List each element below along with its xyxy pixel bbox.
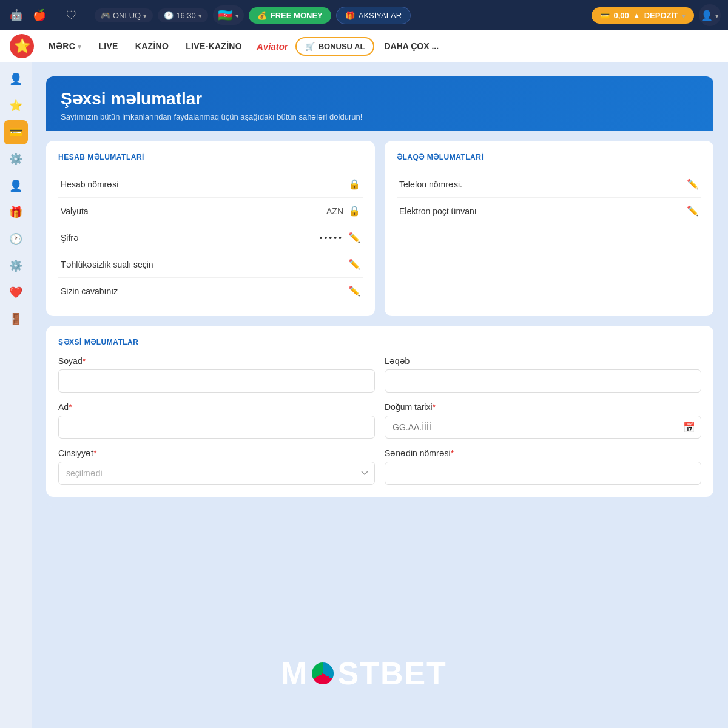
daha-label: DAHA ÇOX ...: [384, 41, 439, 51]
nav-kazino[interactable]: KAZİNO: [128, 38, 176, 55]
coins-icon: 💰: [257, 11, 267, 20]
valyuta-label: Valyuta: [61, 206, 326, 216]
document-label: Sənədin nömrəsi*: [385, 448, 701, 458]
aviator-label: Aviator: [257, 41, 288, 52]
live-label: LIVE: [98, 41, 118, 51]
account-row-security: Təhlükəsizlik sualı seçin ✏️: [58, 251, 363, 278]
soyad-label: Soyad*: [58, 356, 375, 366]
kazino-label: KAZİNO: [135, 41, 169, 51]
top-nav: 🤖 🍎 🛡 🎮 ONLUQ 🕐 16:30 🇦🇿 💰 FREE MONEY 🎁 …: [0, 0, 728, 30]
surname-input[interactable]: [58, 369, 375, 393]
contact-card-title: ƏLAQƏ MƏLUMATLARİ: [397, 153, 701, 161]
hesab-label: Hesab nömrəsi: [61, 180, 348, 189]
shield-icon[interactable]: 🛡: [64, 7, 79, 24]
hesab-value: 🔒: [348, 178, 360, 190]
cavab-edit-icon[interactable]: ✏️: [348, 285, 360, 297]
laqab-label: Ləqəb: [385, 356, 701, 366]
nickname-input[interactable]: [385, 369, 701, 393]
dob-input[interactable]: [385, 416, 701, 439]
document-required: *: [451, 448, 454, 458]
gender-label: Cinsiyyət*: [58, 448, 375, 458]
hesab-lock-icon: 🔒: [348, 178, 360, 190]
lang-chevron: [235, 10, 239, 21]
field-group-soyad: Soyad*: [58, 356, 375, 393]
game-chevron: [143, 11, 147, 20]
cavab-label: Sizin cavabınız: [61, 286, 348, 296]
account-row-sifre: Şifrə ••••• ✏️: [58, 224, 363, 251]
depozit-chevron: [682, 11, 686, 20]
sidebar-item-config[interactable]: ⚙️: [4, 254, 28, 278]
sidebar-item-user[interactable]: 👤: [4, 174, 28, 198]
android-icon[interactable]: 🤖: [7, 6, 25, 24]
security-value: ✏️: [348, 258, 360, 270]
account-row-cavab: Sizin cavabınız ✏️: [58, 278, 363, 304]
field-group-document: Sənədin nömrəsi*: [385, 448, 701, 485]
time-badge[interactable]: 🕐 16:30: [158, 8, 208, 22]
balance-label: 0,00: [613, 11, 629, 20]
security-edit-icon[interactable]: ✏️: [348, 258, 360, 270]
contact-card: ƏLAQƏ MƏLUMATLARİ Telefon nömrəsi. ✏️ El…: [385, 141, 713, 316]
field-group-ad: Ad*: [58, 402, 375, 439]
free-money-label: FREE MONEY: [271, 11, 323, 20]
depozit-button[interactable]: 💳 0,00 ▲ DEPOZİT: [592, 7, 694, 24]
gender-select[interactable]: seçilmədi Kişi Qadın: [58, 462, 375, 485]
sidebar-item-promotions[interactable]: 🎁: [4, 200, 28, 224]
sidebar-item-settings[interactable]: ⚙️: [4, 147, 28, 171]
sidebar-item-logout[interactable]: 🚪: [4, 307, 28, 331]
aksiyalar-label: AKSİYALAR: [359, 11, 402, 20]
cart-icon: 🛒: [305, 42, 315, 51]
dob-required: *: [433, 402, 436, 412]
time-chevron: [198, 11, 202, 20]
nav-daha[interactable]: DAHA ÇOX ...: [377, 38, 446, 55]
nav-merc[interactable]: MƏRC: [41, 38, 89, 55]
nav-live[interactable]: LIVE: [91, 38, 125, 55]
security-label: Təhlükəsizlik sualı seçin: [61, 260, 348, 269]
page-subtitle: Saytımızın bütün imkanlarından faydalanm…: [61, 112, 699, 121]
dob-wrapper: 📅: [385, 416, 701, 439]
game-icon: 🎮: [101, 11, 110, 20]
ad-label: Ad*: [58, 402, 375, 412]
nav-aviator[interactable]: Aviator: [252, 38, 293, 55]
content-wrapper: 👤 ⭐ 💳 ⚙️ 👤 🎁 🕐 ⚙️ ❤️ 🚪 Şəxsi məlumatlar …: [0, 62, 728, 728]
field-group-gender: Cinsiyyət* seçilmədi Kişi Qadın: [58, 448, 375, 485]
game-mode-badge[interactable]: 🎮 ONLUQ: [95, 8, 153, 22]
account-card: HESAB MƏLUMATLARİ Hesab nömrəsi 🔒 Valyut…: [46, 141, 375, 316]
brand-footer: M STBET: [281, 655, 447, 692]
free-money-button[interactable]: 💰 FREE MONEY: [249, 7, 331, 24]
nav-live-kazino[interactable]: LIVE-KAZİNO: [178, 38, 249, 55]
divider-1: [56, 8, 56, 22]
logo[interactable]: ⭐: [10, 34, 34, 58]
sifre-label: Şifrə: [61, 233, 319, 243]
apple-icon[interactable]: 🍎: [30, 6, 49, 24]
sidebar-item-star[interactable]: ⭐: [4, 93, 28, 118]
name-input[interactable]: [58, 416, 375, 439]
contact-row-email: Elektron poçt ünvanı ✏️: [397, 198, 701, 224]
sidebar-item-profile[interactable]: 👤: [4, 67, 28, 91]
user-menu-button[interactable]: 👤: [699, 4, 721, 26]
divider-2: [87, 8, 87, 22]
aksiyalar-button[interactable]: 🎁 AKSİYALAR: [336, 7, 411, 24]
phone-edit-icon[interactable]: ✏️: [687, 178, 699, 190]
phone-value: ✏️: [687, 178, 699, 190]
contact-row-phone: Telefon nömrəsi. ✏️: [397, 171, 701, 198]
main-content: Şəxsi məlumatlar Saytımızın bütün imkanl…: [32, 62, 728, 728]
email-edit-icon[interactable]: ✏️: [687, 205, 699, 217]
sidebar: 👤 ⭐ 💳 ⚙️ 👤 🎁 🕐 ⚙️ ❤️ 🚪: [0, 62, 32, 728]
nav-bonus[interactable]: 🛒 BONUSU AL: [295, 37, 375, 56]
account-row-valyuta: Valyuta AZN 🔒: [58, 198, 363, 224]
language-badge[interactable]: 🇦🇿: [213, 5, 244, 25]
personal-grid: Soyad* Ləqəb Ad*: [58, 356, 701, 485]
brand-m: M: [281, 655, 308, 692]
sidebar-item-favorites[interactable]: ❤️: [4, 280, 28, 305]
page-title: Şəxsi məlumatlar: [61, 89, 699, 109]
sidebar-item-wallet[interactable]: 💳: [4, 120, 28, 144]
sifre-edit-icon[interactable]: ✏️: [348, 232, 360, 243]
brand-stbet: STBET: [337, 655, 447, 692]
calendar-icon: 📅: [683, 422, 695, 433]
document-input[interactable]: [385, 462, 701, 485]
sidebar-item-history[interactable]: 🕐: [4, 227, 28, 251]
phone-label: Telefon nömrəsi.: [399, 180, 687, 189]
brand-flag: [312, 662, 334, 684]
sifre-value: ••••• ✏️: [319, 232, 360, 243]
forms-container: HESAB MƏLUMATLARİ Hesab nömrəsi 🔒 Valyut…: [46, 131, 713, 507]
